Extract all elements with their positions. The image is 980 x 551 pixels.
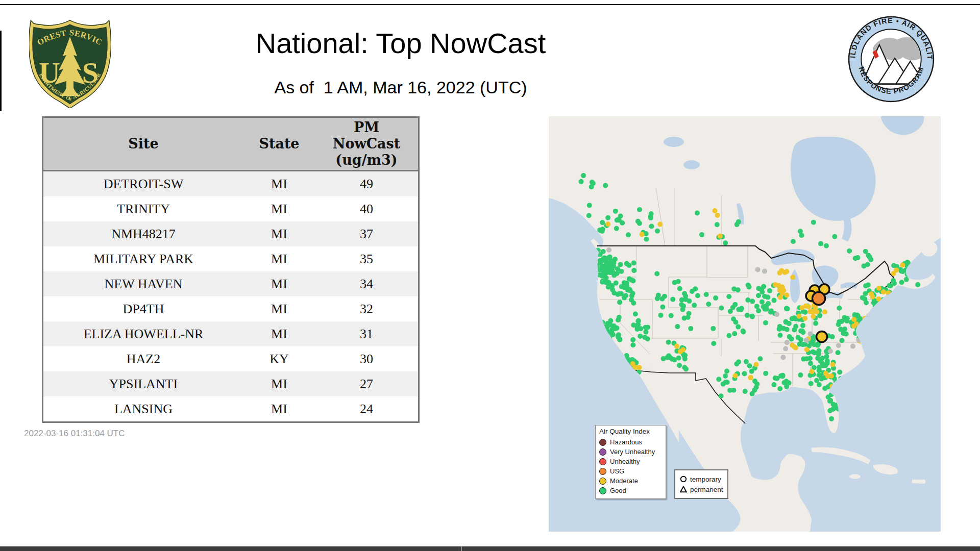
cell-value: 27: [315, 371, 419, 396]
marker-type-legend: temporary permanent: [674, 469, 728, 499]
cell-value: 31: [315, 321, 419, 346]
page-subtitle: As of 1 AM, Mar 16, 2022 (UTC): [87, 78, 715, 97]
aqi-item-label: USG: [610, 467, 624, 475]
aqi-item-label: Hazardous: [610, 438, 642, 446]
aqi-item-hazardous: Hazardous: [599, 437, 662, 447]
cell-site: NMH48217: [43, 221, 244, 246]
aqi-legend-items: HazardousVery UnhealthyUnhealthyUSGModer…: [599, 437, 662, 495]
wfaqrp-logo: WILDLAND FIRE • AIR QUALITY RESPONSE PRO…: [847, 15, 935, 103]
cell-state: MI: [243, 321, 315, 346]
cell-site: HAZ2: [43, 346, 244, 371]
table-header: Site State PM NowCast (ug/m3): [43, 117, 419, 171]
cell-site: MILITARY PARK: [43, 246, 244, 271]
table-row: YPSILANTIMI27: [43, 371, 419, 396]
column-header-state: State: [243, 117, 315, 171]
generated-timestamp: 2022-03-16 01:31:04 UTC: [24, 429, 125, 439]
aqi-item-label: Unhealthy: [610, 458, 640, 465]
cell-state: MI: [243, 246, 315, 271]
column-header-site: Site: [43, 117, 244, 171]
cell-value: 32: [315, 296, 419, 321]
aqi-item-moderate: Moderate: [599, 476, 662, 486]
air-quality-map: Air Quality Index HazardousVery Unhealth…: [549, 116, 941, 532]
cell-value: 30: [315, 346, 419, 371]
cell-state: MI: [243, 171, 315, 197]
cell-site: LANSING: [43, 396, 244, 422]
aqi-legend: Air Quality Index HazardousVery Unhealth…: [595, 425, 666, 499]
cell-value: 24: [315, 396, 419, 422]
permanent-label: permanent: [690, 486, 723, 493]
aqi-item-label: Very Unhealthy: [610, 448, 655, 456]
table-row: DETROIT-SWMI49: [43, 171, 419, 197]
table-row: NEW HAVENMI34: [43, 271, 419, 296]
cell-site: DP4TH: [43, 296, 244, 321]
pm-nowcast-table: Site State PM NowCast (ug/m3) DETROIT-SW…: [42, 116, 420, 423]
moderate-swatch-icon: [599, 478, 606, 485]
cell-state: MI: [243, 221, 315, 246]
table-row: HAZ2KY30: [43, 346, 419, 371]
unhealthy-swatch-icon: [599, 458, 606, 465]
table-row: LANSINGMI24: [43, 396, 419, 422]
cell-state: MI: [243, 371, 315, 396]
temporary-circle-icon: [680, 475, 687, 483]
table-row: TRINITYMI40: [43, 196, 419, 221]
good-swatch-icon: [599, 487, 606, 494]
slide: FOREST SERVICE U S DEPARTMENT OF AGRICUL…: [0, 0, 980, 551]
usg-swatch-icon: [599, 468, 606, 475]
aqi-item-unhealthy: Unhealthy: [599, 457, 662, 466]
column-header-pm-nowcast: PM NowCast (ug/m3): [315, 117, 419, 171]
aqi-item-usg: USG: [599, 466, 662, 476]
table-body: DETROIT-SWMI49TRINITYMI40NMH48217MI37MIL…: [43, 171, 419, 422]
hazardous-swatch-icon: [599, 439, 606, 446]
very_unhealthy-swatch-icon: [599, 448, 606, 456]
page-title: National: Top NowCast: [87, 27, 715, 60]
cell-state: MI: [243, 296, 315, 321]
aqi-item-label: Moderate: [610, 477, 638, 485]
cell-site: DETROIT-SW: [43, 171, 244, 197]
cell-site: TRINITY: [43, 196, 244, 221]
table-row: MILITARY PARKMI35: [43, 246, 419, 271]
cell-site: ELIZA HOWELL-NR: [43, 321, 244, 346]
window-border-bottom: [0, 546, 980, 551]
wfaqrp-logo-icon: WILDLAND FIRE • AIR QUALITY RESPONSE PRO…: [847, 15, 935, 103]
window-border-left: [0, 31, 2, 111]
cell-value: 34: [315, 271, 419, 296]
temporary-label: temporary: [690, 475, 721, 483]
cell-state: MI: [243, 396, 315, 422]
cell-site: YPSILANTI: [43, 371, 244, 396]
table-row: ELIZA HOWELL-NRMI31: [43, 321, 419, 346]
permanent-triangle-icon: [680, 486, 687, 493]
window-border-top: [0, 4, 980, 5]
aqi-item-good: Good: [599, 486, 662, 495]
aqi-item-very_unhealthy: Very Unhealthy: [599, 447, 662, 457]
cell-site: NEW HAVEN: [43, 271, 244, 296]
cell-state: MI: [243, 271, 315, 296]
table-row: NMH48217MI37: [43, 221, 419, 246]
aqi-legend-title: Air Quality Index: [599, 428, 662, 435]
cell-state: KY: [243, 346, 315, 371]
aqi-item-label: Good: [610, 487, 626, 494]
table-row: DP4THMI32: [43, 296, 419, 321]
cell-value: 40: [315, 196, 419, 221]
cell-value: 37: [315, 221, 419, 246]
cell-value: 35: [315, 246, 419, 271]
cell-value: 49: [315, 171, 419, 197]
cell-state: MI: [243, 196, 315, 221]
